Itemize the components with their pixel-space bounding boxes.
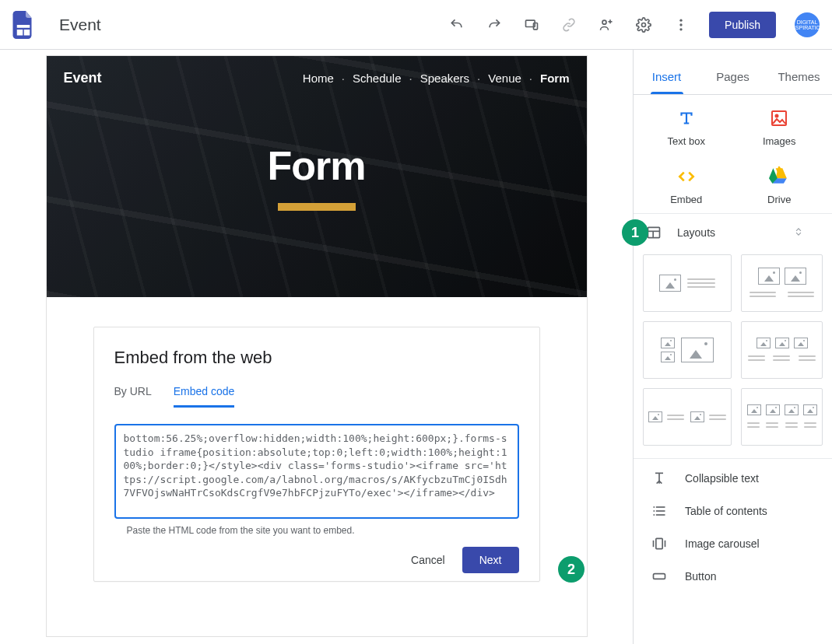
insert-embed[interactable]: Embed — [640, 166, 733, 205]
insert-images[interactable]: Images — [733, 107, 827, 147]
feature-image-carousel[interactable]: Image carousel — [634, 527, 832, 560]
layout-option-4[interactable] — [741, 321, 823, 379]
tab-pages[interactable]: Pages — [700, 70, 766, 94]
feature-label: Table of contents — [685, 505, 767, 517]
svg-point-11 — [776, 115, 778, 117]
insert-text-box[interactable]: Text box — [640, 107, 733, 147]
placeholder-image-icon — [794, 338, 808, 348]
text-box-icon — [676, 107, 697, 129]
nav-separator: · — [409, 72, 412, 85]
svg-rect-17 — [656, 506, 665, 508]
placeholder-image-icon — [659, 275, 681, 292]
annotation-badge-1: 1 — [622, 219, 648, 246]
feature-list: Collapsible text Table of contents Image… — [634, 459, 832, 605]
placeholder-image-icon — [681, 338, 714, 362]
embed-hint: Paste the HTML code from the site you wa… — [127, 525, 519, 536]
svg-rect-0 — [17, 25, 30, 28]
tab-insert[interactable]: Insert — [634, 70, 700, 94]
drive-icon — [768, 166, 790, 187]
collapsible-text-icon — [651, 470, 668, 487]
embed-icon — [676, 166, 697, 187]
nav-form[interactable]: Form — [540, 72, 570, 85]
cancel-button[interactable]: Cancel — [400, 547, 456, 573]
site-title[interactable]: Event — [64, 70, 102, 86]
hero: Event Home · Schedule · Speakers · Venue… — [47, 56, 587, 297]
placeholder-image-icon — [803, 404, 817, 415]
layout-option-6[interactable] — [741, 388, 823, 446]
undo-icon[interactable] — [448, 16, 466, 34]
insert-embed-label: Embed — [670, 194, 702, 205]
svg-rect-20 — [654, 514, 655, 516]
publish-button[interactable]: Publish — [709, 12, 776, 38]
svg-rect-1 — [17, 30, 23, 36]
feature-collapsible-text[interactable]: Collapsible text — [634, 462, 832, 495]
more-icon[interactable] — [672, 16, 690, 34]
nav-separator: · — [342, 72, 345, 85]
feature-label: Button — [685, 570, 716, 583]
feature-label: Collapsible text — [685, 472, 759, 485]
placeholder-image-icon — [785, 268, 806, 285]
share-icon[interactable] — [597, 16, 616, 34]
canvas[interactable]: Event Home · Schedule · Speakers · Venue… — [47, 56, 587, 636]
insert-drive[interactable]: Drive — [733, 166, 827, 205]
layout-option-2[interactable] — [741, 254, 823, 312]
placeholder-image-icon — [690, 411, 704, 422]
doc-title[interactable]: Event — [59, 16, 101, 34]
svg-point-7 — [679, 19, 682, 21]
tab-by-url[interactable]: By URL — [114, 385, 152, 408]
nav-separator: · — [477, 72, 480, 85]
preview-icon[interactable] — [522, 16, 541, 34]
placeholder-image-icon — [766, 404, 780, 415]
nav-venue[interactable]: Venue — [488, 72, 521, 85]
tab-embed-code[interactable]: Embed code — [174, 385, 235, 408]
placeholder-image-icon — [757, 338, 771, 348]
embed-dialog-title: Embed from the web — [114, 348, 519, 368]
placeholder-image-icon — [648, 411, 662, 422]
workspace: Event Home · Schedule · Speakers · Venue… — [0, 50, 832, 644]
placeholder-image-icon — [747, 404, 761, 415]
toc-icon — [651, 502, 668, 520]
layout-option-1[interactable] — [643, 254, 732, 312]
placeholder-image-icon — [758, 268, 780, 285]
svg-point-9 — [679, 28, 682, 30]
site-nav: Home · Schedule · Speakers · Venue · For… — [303, 72, 570, 85]
placeholder-image-icon — [775, 338, 789, 348]
topbar: Event Publish DIGITAL INSPIRATION — [0, 0, 832, 50]
nav-home[interactable]: Home — [303, 72, 334, 85]
insert-text-box-label: Text box — [668, 135, 705, 147]
svg-point-6 — [642, 23, 646, 26]
layouts-icon — [646, 225, 662, 240]
button-icon — [651, 568, 668, 585]
embed-code-textarea[interactable]: bottom:56.25%;overflow:hidden;width:100%… — [114, 424, 519, 519]
layouts-grid — [634, 251, 832, 458]
placeholder-image-icon — [661, 338, 675, 348]
sites-logo — [12, 11, 34, 39]
feature-label: Image carousel — [685, 537, 760, 550]
svg-rect-2 — [24, 30, 30, 36]
redo-icon[interactable] — [485, 16, 504, 34]
svg-rect-16 — [654, 506, 655, 508]
link-icon[interactable] — [560, 16, 578, 34]
gear-icon[interactable] — [634, 16, 653, 34]
layouts-header[interactable]: Layouts — [634, 213, 832, 251]
nav-speakers[interactable]: Speakers — [420, 72, 469, 85]
collapse-icon[interactable] — [793, 226, 820, 240]
tab-themes[interactable]: Themes — [766, 70, 832, 94]
placeholder-image-icon — [661, 352, 675, 362]
title-underline — [278, 203, 356, 211]
page-title[interactable]: Form — [47, 142, 587, 189]
feature-toc[interactable]: Table of contents — [634, 495, 832, 527]
svg-point-5 — [602, 20, 606, 24]
layout-option-5[interactable] — [643, 388, 732, 446]
layout-option-3[interactable] — [643, 321, 732, 379]
next-button[interactable]: Next — [462, 547, 519, 573]
svg-rect-23 — [654, 574, 665, 579]
nav-schedule[interactable]: Schedule — [353, 72, 402, 85]
svg-rect-21 — [656, 514, 665, 516]
insert-images-label: Images — [763, 135, 796, 147]
sidebar: Insert Pages Themes Text box Images — [633, 50, 832, 644]
feature-button[interactable]: Button — [634, 560, 832, 593]
top-actions: Publish DIGITAL INSPIRATION — [448, 12, 820, 38]
avatar[interactable]: DIGITAL INSPIRATION — [795, 12, 820, 37]
canvas-outer: Event Home · Schedule · Speakers · Venue… — [0, 50, 633, 644]
